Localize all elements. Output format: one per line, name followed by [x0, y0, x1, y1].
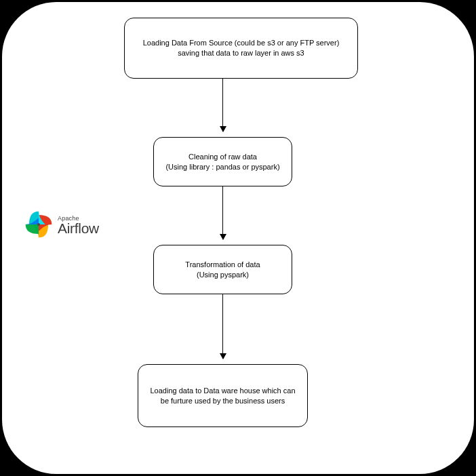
node-transform: Transformation of data (Using pyspark) — [153, 245, 292, 294]
node-load-source-text: Loading Data From Source (could be s3 or… — [134, 38, 348, 58]
arrow-load-to-clean — [222, 79, 223, 132]
arrow-clean-to-transform — [222, 186, 223, 239]
node-clean: Cleaning of raw data (Using library : pa… — [153, 137, 292, 186]
airflow-pinwheel-icon — [24, 210, 54, 242]
svg-point-0 — [37, 223, 40, 226]
node-load-source: Loading Data From Source (could be s3 or… — [124, 18, 358, 79]
logo-airflow-label: Airflow — [58, 220, 99, 237]
node-transform-text: Transformation of data (Using pyspark) — [185, 260, 260, 280]
airflow-logo: Apache Airflow — [24, 210, 99, 242]
diagram-canvas: Apache Airflow Loading Data From Source … — [2, 2, 474, 474]
airflow-logo-text: Apache Airflow — [58, 215, 99, 237]
arrow-transform-to-dwh — [222, 294, 223, 359]
node-load-dwh-text: Loading data to Data ware house which ca… — [148, 386, 298, 406]
node-clean-text: Cleaning of raw data (Using library : pa… — [165, 152, 279, 172]
node-load-dwh: Loading data to Data ware house which ca… — [138, 364, 308, 427]
